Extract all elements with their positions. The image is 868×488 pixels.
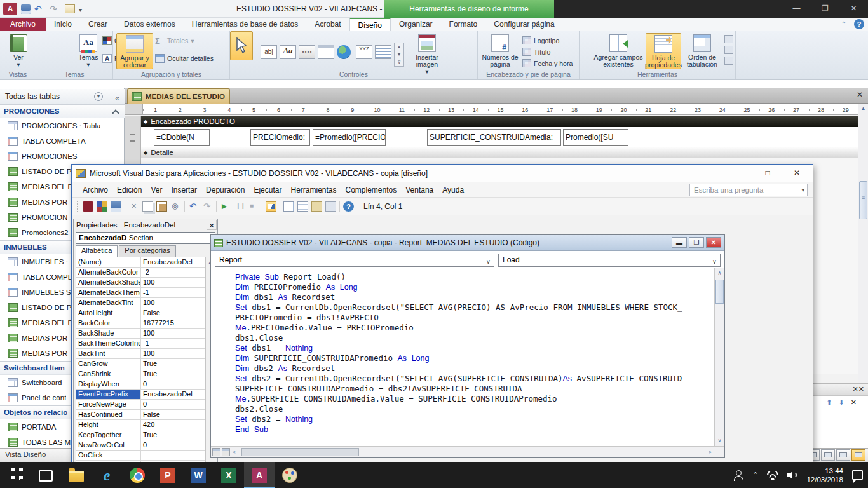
properties-object-combo[interactable]: EncabezadoD Section ∨ xyxy=(76,232,215,244)
code-close-button[interactable]: ✕ xyxy=(706,237,721,248)
code-line[interactable]: Private Sub Report_Load() xyxy=(235,272,712,282)
property-value[interactable]: EncabezadoDel xyxy=(141,390,215,399)
delete-icon[interactable]: ✕ xyxy=(851,398,857,407)
taskbar-app[interactable] xyxy=(0,462,31,488)
ribbon-tab[interactable]: Archivo xyxy=(0,18,46,31)
code-minimize-button[interactable]: ▬ xyxy=(672,237,687,248)
section-collapse-icon[interactable]: ◆ xyxy=(144,119,147,125)
close-pane-icon[interactable]: ✕✕ xyxy=(853,385,864,393)
qat-customize-icon[interactable] xyxy=(79,3,90,15)
tab-por-categorias[interactable]: Por categorías xyxy=(119,245,176,257)
agregar-campos-button[interactable]: Agregar campos existentes xyxy=(593,33,643,68)
scrollbar-thumb[interactable] xyxy=(715,280,724,304)
hoja-de-propiedades-button[interactable]: Hoja de propiedades xyxy=(646,33,681,69)
code-horizontal-scrollbar[interactable]: < > xyxy=(211,446,724,458)
detail-section-bar[interactable]: ◆Detalle xyxy=(141,147,858,158)
code-line[interactable]: Set dbs2 = Nothing xyxy=(235,414,712,424)
code-line[interactable]: Dim dbs1 As Recordset xyxy=(235,292,712,302)
scroll-up-icon[interactable]: ∧ xyxy=(715,268,724,278)
property-value[interactable]: 100 xyxy=(141,329,215,338)
view-code-icon[interactable] xyxy=(724,46,733,54)
clock[interactable]: 13:44 12/03/2018 xyxy=(806,466,843,484)
ruler-corner[interactable] xyxy=(125,104,143,115)
insertar-imagen-button[interactable]: Insertar imagen▾ xyxy=(409,33,445,75)
property-row[interactable]: EventProcPrefix EncabezadoDel xyxy=(76,390,215,400)
report-textbox[interactable]: =Promedio([PRECIO]) xyxy=(313,129,386,146)
properties-window-icon[interactable] xyxy=(297,201,308,212)
scroll-left-icon[interactable]: < xyxy=(233,447,236,458)
maximize-button[interactable]: ❐ xyxy=(811,0,839,18)
property-row[interactable]: KeepTogether True xyxy=(76,430,215,440)
property-row[interactable]: AlternateBackColor -2 xyxy=(76,268,215,278)
property-row[interactable]: OnClick xyxy=(76,451,215,461)
property-row[interactable]: AutoHeight False xyxy=(76,308,215,318)
taskbar-app[interactable]: P xyxy=(153,462,183,488)
taskbar-app[interactable] xyxy=(275,462,305,488)
people-icon[interactable] xyxy=(733,470,743,480)
code-line[interactable]: dbs1.Close xyxy=(235,333,712,343)
logotipo-button[interactable]: Logotipo xyxy=(522,36,559,44)
ribbon-tab[interactable]: Organizar xyxy=(391,18,441,31)
hyperlink-control-icon[interactable] xyxy=(337,45,351,59)
nav-pane-header[interactable]: Todas las tablas ▼ « xyxy=(0,89,125,104)
vba-menu-item[interactable]: Complementos xyxy=(341,184,402,196)
property-row[interactable]: BackThemeColorIndex -1 xyxy=(76,339,215,349)
property-row[interactable]: BackShade 100 xyxy=(76,329,215,339)
property-value[interactable]: 420 xyxy=(141,420,215,430)
ribbon-tab[interactable]: Herramientas de base de datos xyxy=(184,18,306,31)
property-value[interactable]: 0 xyxy=(141,379,215,389)
vba-menu-item[interactable]: Ver xyxy=(146,184,166,196)
paste-icon[interactable] xyxy=(156,201,167,212)
code-editor[interactable]: Private Sub Report_Load()Dim PRECIOProme… xyxy=(211,268,724,446)
property-row[interactable]: DisplayWhen 0 xyxy=(76,379,215,390)
code-line[interactable]: Set dbs1 = CurrentDb.OpenRecordset("SELE… xyxy=(235,302,712,313)
object-browser-icon[interactable] xyxy=(311,201,322,212)
cut-icon[interactable] xyxy=(128,201,139,212)
code-line[interactable]: Me.PRECIOmedio.Value = PRECIOPromedio xyxy=(235,323,712,333)
vba-menu-item[interactable]: Herramientas xyxy=(286,184,341,196)
code-line[interactable]: Dim dbs2 As Recordset xyxy=(235,363,712,374)
label-control-icon[interactable]: Aa xyxy=(280,45,296,59)
convert-macros-icon[interactable] xyxy=(724,57,733,65)
break-icon[interactable] xyxy=(234,201,245,212)
controls-gallery-scroll[interactable]: ▲▼⊽ xyxy=(394,43,404,67)
vba-menu-item[interactable]: Ejecutar xyxy=(249,184,286,196)
scrollbar-thumb[interactable] xyxy=(241,448,359,456)
vba-menu-item[interactable]: Ayuda xyxy=(438,184,468,196)
vba-minimize-button[interactable]: — xyxy=(724,165,753,182)
subreport-icon[interactable] xyxy=(724,35,733,43)
document-tab[interactable]: MEDIAS DEL ESTUDIO xyxy=(127,88,230,104)
code-line[interactable]: Set dbs2 = CurrentDb.OpenRecordset("SELE… xyxy=(235,374,712,384)
tab-alfabetica[interactable]: Alfabética xyxy=(76,245,118,257)
list-control-icon[interactable] xyxy=(375,45,391,59)
taskbar-app[interactable]: W xyxy=(183,462,214,488)
totales-button[interactable]: Totales▾ xyxy=(155,36,194,45)
print-preview-button[interactable] xyxy=(821,449,835,461)
property-value[interactable]: False xyxy=(141,410,215,419)
code-line[interactable]: SUPERFICIE_CONSTRUIDAPromedio = dbs2!AvS… xyxy=(235,384,712,394)
property-row[interactable]: AlternateBackThemeColorIndex -1 xyxy=(76,288,215,298)
redo-icon[interactable] xyxy=(202,201,213,212)
ribbon-tab[interactable]: Formato xyxy=(441,18,486,31)
property-row[interactable]: (Name) EncabezadoDel xyxy=(76,257,215,268)
undo-icon[interactable] xyxy=(188,201,199,212)
property-row[interactable]: Height 420 xyxy=(76,420,215,430)
code-line[interactable]: End Sub xyxy=(235,424,712,435)
table-design-icon[interactable] xyxy=(65,4,75,13)
code-vertical-scrollbar[interactable]: ∧ ∨ xyxy=(714,268,724,446)
procedure-view-icon[interactable] xyxy=(212,448,220,456)
select-tool-button[interactable] xyxy=(230,31,253,60)
orden-de-tabulacion-button[interactable]: Orden de tabulación xyxy=(684,33,721,68)
vba-menu-item[interactable]: Depuración xyxy=(201,184,249,196)
close-button[interactable]: ✕ xyxy=(839,0,868,18)
insert-object-icon[interactable] xyxy=(97,201,107,212)
project-explorer-icon[interactable] xyxy=(283,201,294,212)
property-row[interactable]: AlternateBackTint 100 xyxy=(76,298,215,308)
temas-button[interactable]: Aa Temas▾ xyxy=(76,33,101,68)
property-row[interactable]: AlternateBackShade 100 xyxy=(76,278,215,288)
code-line[interactable]: Dim SUPERFICIE_CONSTRUIDAPromedio As Lon… xyxy=(235,353,712,363)
agrupar-y-ordenar-button[interactable]: Agrupar y ordenar xyxy=(116,33,153,69)
property-row[interactable]: ForceNewPage 0 xyxy=(76,400,215,410)
taskbar-app[interactable]: X xyxy=(214,462,244,488)
volume-icon[interactable] xyxy=(787,471,797,480)
